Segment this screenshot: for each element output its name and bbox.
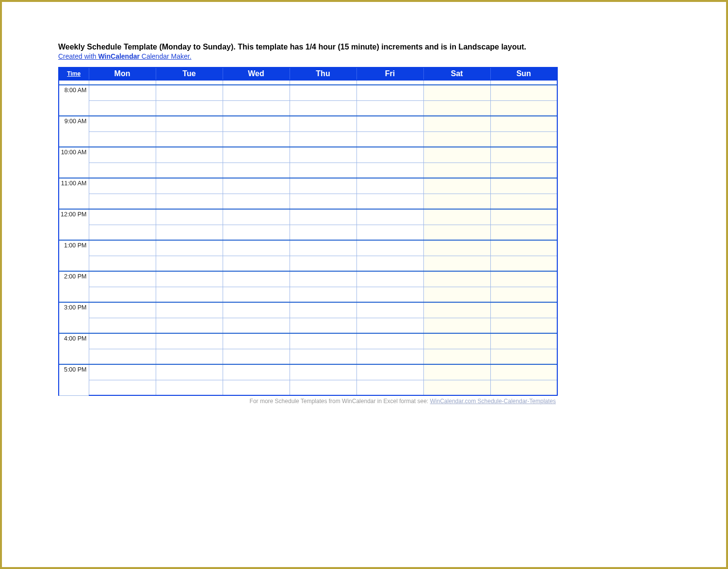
schedule-cell[interactable] [290, 209, 356, 225]
schedule-cell[interactable] [423, 85, 490, 100]
schedule-cell[interactable] [490, 100, 557, 116]
schedule-cell[interactable] [89, 318, 156, 333]
schedule-cell[interactable] [89, 364, 156, 380]
schedule-cell[interactable] [89, 302, 156, 318]
schedule-cell[interactable] [290, 100, 356, 116]
schedule-cell[interactable] [156, 364, 223, 380]
schedule-cell[interactable] [423, 349, 490, 364]
schedule-cell[interactable] [89, 209, 156, 225]
schedule-cell[interactable] [156, 318, 223, 333]
schedule-cell[interactable] [423, 302, 490, 318]
schedule-cell[interactable] [356, 116, 423, 131]
schedule-cell[interactable] [89, 271, 156, 287]
schedule-cell[interactable] [423, 256, 490, 271]
schedule-cell[interactable] [356, 302, 423, 318]
schedule-cell[interactable] [490, 318, 557, 333]
footer-link[interactable]: WinCalendar.com Schedule-Calendar-Templa… [430, 398, 556, 405]
schedule-cell[interactable] [89, 287, 156, 302]
schedule-cell[interactable] [223, 163, 290, 178]
schedule-cell[interactable] [156, 209, 223, 225]
schedule-cell[interactable] [490, 349, 557, 364]
schedule-cell[interactable] [223, 240, 290, 256]
schedule-cell[interactable] [490, 85, 557, 100]
schedule-cell[interactable] [423, 178, 490, 194]
schedule-cell[interactable] [156, 100, 223, 116]
schedule-cell[interactable] [156, 116, 223, 131]
schedule-cell[interactable] [89, 240, 156, 256]
schedule-cell[interactable] [290, 287, 356, 302]
schedule-cell[interactable] [223, 209, 290, 225]
schedule-cell[interactable] [290, 225, 356, 240]
schedule-cell[interactable] [156, 349, 223, 364]
schedule-cell[interactable] [290, 302, 356, 318]
schedule-cell[interactable] [490, 364, 557, 380]
schedule-cell[interactable] [89, 131, 156, 147]
schedule-cell[interactable] [356, 240, 423, 256]
schedule-cell[interactable] [156, 271, 223, 287]
schedule-cell[interactable] [290, 333, 356, 349]
schedule-cell[interactable] [89, 333, 156, 349]
schedule-cell[interactable] [156, 163, 223, 178]
schedule-cell[interactable] [223, 131, 290, 147]
schedule-cell[interactable] [156, 302, 223, 318]
schedule-cell[interactable] [490, 302, 557, 318]
schedule-cell[interactable] [290, 163, 356, 178]
schedule-cell[interactable] [490, 209, 557, 225]
schedule-cell[interactable] [290, 256, 356, 271]
schedule-cell[interactable] [89, 256, 156, 271]
schedule-cell[interactable] [156, 147, 223, 163]
schedule-cell[interactable] [423, 287, 490, 302]
schedule-cell[interactable] [89, 194, 156, 209]
schedule-cell[interactable] [290, 380, 356, 395]
schedule-cell[interactable] [356, 131, 423, 147]
schedule-cell[interactable] [223, 85, 290, 100]
schedule-cell[interactable] [156, 380, 223, 395]
schedule-cell[interactable] [490, 333, 557, 349]
schedule-cell[interactable] [423, 364, 490, 380]
schedule-cell[interactable] [356, 147, 423, 163]
schedule-cell[interactable] [223, 287, 290, 302]
schedule-cell[interactable] [423, 131, 490, 147]
schedule-cell[interactable] [490, 287, 557, 302]
schedule-cell[interactable] [356, 163, 423, 178]
schedule-cell[interactable] [356, 178, 423, 194]
schedule-cell[interactable] [156, 287, 223, 302]
schedule-cell[interactable] [423, 100, 490, 116]
schedule-cell[interactable] [290, 318, 356, 333]
schedule-cell[interactable] [223, 178, 290, 194]
schedule-cell[interactable] [490, 131, 557, 147]
schedule-cell[interactable] [356, 225, 423, 240]
schedule-cell[interactable] [490, 380, 557, 395]
schedule-cell[interactable] [223, 302, 290, 318]
schedule-cell[interactable] [156, 256, 223, 271]
schedule-cell[interactable] [423, 318, 490, 333]
schedule-cell[interactable] [290, 116, 356, 131]
schedule-cell[interactable] [423, 163, 490, 178]
schedule-cell[interactable] [423, 209, 490, 225]
schedule-cell[interactable] [356, 271, 423, 287]
schedule-cell[interactable] [356, 256, 423, 271]
schedule-cell[interactable] [356, 287, 423, 302]
schedule-cell[interactable] [423, 116, 490, 131]
schedule-cell[interactable] [223, 380, 290, 395]
schedule-cell[interactable] [89, 147, 156, 163]
schedule-cell[interactable] [490, 256, 557, 271]
schedule-cell[interactable] [156, 131, 223, 147]
schedule-cell[interactable] [423, 271, 490, 287]
schedule-cell[interactable] [356, 364, 423, 380]
schedule-cell[interactable] [490, 178, 557, 194]
creator-link[interactable]: Created with WinCalendar Calendar Maker. [58, 52, 192, 60]
schedule-cell[interactable] [290, 131, 356, 147]
schedule-cell[interactable] [223, 349, 290, 364]
schedule-cell[interactable] [223, 364, 290, 380]
schedule-cell[interactable] [89, 163, 156, 178]
schedule-cell[interactable] [89, 178, 156, 194]
schedule-cell[interactable] [223, 271, 290, 287]
schedule-cell[interactable] [490, 225, 557, 240]
schedule-cell[interactable] [290, 349, 356, 364]
schedule-cell[interactable] [490, 194, 557, 209]
schedule-cell[interactable] [223, 100, 290, 116]
schedule-cell[interactable] [223, 225, 290, 240]
schedule-cell[interactable] [290, 178, 356, 194]
schedule-cell[interactable] [423, 240, 490, 256]
